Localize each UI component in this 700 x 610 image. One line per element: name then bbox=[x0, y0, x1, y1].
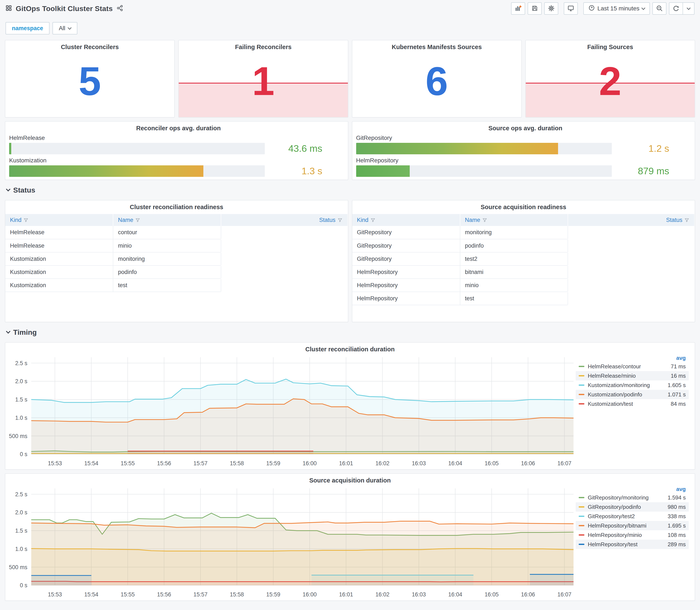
add-panel-button[interactable] bbox=[511, 2, 525, 15]
column-header-label: Name bbox=[118, 217, 133, 223]
time-range-picker[interactable]: Last 15 minutes bbox=[583, 2, 650, 15]
filter-icon[interactable] bbox=[135, 218, 140, 223]
panel-title[interactable]: Source acquisition duration bbox=[5, 474, 695, 484]
zoom-out-icon bbox=[656, 5, 663, 12]
cell-name: minio bbox=[460, 279, 568, 292]
namespace-variable-label[interactable]: namespace bbox=[5, 22, 50, 34]
cell-name: monitoring bbox=[113, 252, 221, 266]
column-header-status[interactable]: Status bbox=[568, 214, 695, 226]
gauge-row: Reconciler ops avg. durationHelmRelease4… bbox=[5, 121, 695, 180]
cell-kind: GitRepository bbox=[352, 226, 460, 239]
x-axis-label: 15:56 bbox=[157, 460, 171, 467]
panel-title[interactable]: Source acquisition readiness bbox=[352, 200, 695, 211]
x-axis-label: 16:05 bbox=[485, 460, 499, 467]
chart-row: Cluster reconciliation duration0 s500 ms… bbox=[5, 342, 695, 470]
column-header-label: Kind bbox=[10, 217, 21, 223]
filter-icon[interactable] bbox=[23, 218, 28, 223]
clock-icon bbox=[588, 5, 595, 13]
filter-icon[interactable] bbox=[483, 218, 487, 223]
cell-name: bitnami bbox=[460, 266, 568, 279]
panel-title[interactable]: Failing Reconcilers bbox=[179, 41, 348, 51]
y-axis-label: 2.0 s bbox=[15, 509, 27, 516]
panel-title[interactable]: Reconciler ops avg. duration bbox=[9, 122, 348, 132]
status-badge: Ready bbox=[221, 239, 348, 252]
gauge-label: HelmRepository bbox=[356, 157, 695, 164]
legend-swatch bbox=[579, 544, 584, 545]
panel-title[interactable]: Source ops avg. duration bbox=[356, 122, 695, 132]
plot-svg: 0 s500 ms1.0 s1.5 s2.0 s2.5 s15:5315:541… bbox=[5, 485, 576, 600]
column-header-label: Name bbox=[465, 217, 480, 223]
refresh-interval-button[interactable] bbox=[683, 2, 695, 15]
legend-avg-header[interactable]: avg bbox=[576, 485, 689, 493]
legend-item[interactable]: HelmRelease/contour71 ms bbox=[576, 362, 689, 371]
panel-title[interactable]: Cluster Reconcilers bbox=[5, 41, 174, 51]
time-series-plot[interactable]: 0 s500 ms1.0 s1.5 s2.0 s2.5 s15:5315:541… bbox=[5, 354, 576, 469]
time-series-panel: Source acquisition duration0 s500 ms1.0 … bbox=[5, 473, 695, 601]
panel-title[interactable]: Kubernetes Manifests Sources bbox=[352, 41, 521, 51]
table-header: KindNameStatus bbox=[5, 214, 348, 226]
legend-item[interactable]: HelmRepository/bitnami1.695 s bbox=[576, 521, 689, 530]
filter-icon[interactable] bbox=[684, 218, 689, 223]
time-series-plot[interactable]: 0 s500 ms1.0 s1.5 s2.0 s2.5 s15:5315:541… bbox=[5, 485, 576, 600]
legend-series-value: 84 ms bbox=[656, 401, 686, 407]
stat-value: 5 bbox=[5, 61, 174, 101]
cycle-view-mode-button[interactable] bbox=[564, 2, 578, 15]
legend-item[interactable]: Kustomization/monitoring1.605 s bbox=[576, 381, 689, 390]
x-axis-label: 15:53 bbox=[48, 591, 62, 598]
x-axis-label: 16:03 bbox=[412, 460, 426, 467]
status-badge: Ready bbox=[568, 266, 695, 279]
legend-item[interactable]: GitRepository/podinfo980 ms bbox=[576, 502, 689, 512]
section-status-toggle[interactable]: Status bbox=[6, 185, 694, 195]
legend-item[interactable]: HelmRelease/minio16 ms bbox=[576, 371, 689, 381]
legend-series-value: 1.605 s bbox=[656, 382, 686, 388]
chart-body: 0 s500 ms1.0 s1.5 s2.0 s2.5 s15:5315:541… bbox=[5, 354, 695, 469]
filter-icon[interactable] bbox=[338, 218, 342, 223]
panel-title[interactable]: Cluster reconciliation duration bbox=[5, 343, 695, 353]
zoom-out-button[interactable] bbox=[652, 2, 666, 15]
column-header-name[interactable]: Name bbox=[113, 214, 221, 226]
column-header-kind[interactable]: Kind bbox=[352, 214, 460, 226]
gauge-fill bbox=[9, 143, 11, 154]
refresh-button[interactable] bbox=[669, 2, 683, 15]
panel-title[interactable]: Failing Sources bbox=[526, 41, 695, 51]
bar-gauge-panel: Reconciler ops avg. durationHelmRelease4… bbox=[5, 121, 348, 180]
filter-icon[interactable] bbox=[371, 218, 375, 223]
legend-item[interactable]: Kustomization/podinfo1.071 s bbox=[576, 390, 689, 399]
x-axis-label: 15:59 bbox=[266, 591, 280, 598]
y-axis-label: 0 s bbox=[20, 582, 27, 589]
save-icon bbox=[532, 5, 538, 12]
column-header-name[interactable]: Name bbox=[460, 214, 568, 226]
legend-avg-header[interactable]: avg bbox=[576, 354, 689, 362]
legend-item[interactable]: HelmRepository/test289 ms bbox=[576, 540, 689, 549]
legend-item[interactable]: HelmRepository/minio108 ms bbox=[576, 530, 689, 540]
x-axis-label: 15:55 bbox=[121, 460, 135, 467]
table-row: HelmRepositorytestNot Ready bbox=[352, 292, 695, 305]
section-timing-toggle[interactable]: Timing bbox=[6, 327, 694, 337]
column-header-kind[interactable]: Kind bbox=[5, 214, 113, 226]
x-axis-label: 16:01 bbox=[339, 460, 353, 467]
legend-swatch bbox=[579, 375, 584, 376]
legend-series-name: GitRepository/podinfo bbox=[588, 504, 656, 510]
namespace-variable-value-dropdown[interactable]: All bbox=[52, 22, 77, 34]
chevron-down-icon bbox=[68, 26, 71, 30]
status-badge: Ready bbox=[568, 239, 695, 252]
share-icon[interactable] bbox=[116, 5, 123, 12]
legend-swatch bbox=[579, 366, 584, 367]
column-header-status[interactable]: Status bbox=[221, 214, 348, 226]
legend-item[interactable]: GitRepository/test2338 ms bbox=[576, 512, 689, 521]
legend-item[interactable]: GitRepository/monitoring1.594 s bbox=[576, 493, 689, 502]
dashboard-settings-button[interactable] bbox=[544, 2, 558, 15]
legend-swatch bbox=[579, 403, 584, 404]
x-axis-label: 16:00 bbox=[303, 460, 316, 467]
chart-legend: avgHelmRelease/contour71 msHelmRelease/m… bbox=[576, 354, 695, 469]
x-axis-label: 15:59 bbox=[266, 460, 280, 467]
save-dashboard-button[interactable] bbox=[528, 2, 542, 15]
legend-item[interactable]: Kustomization/test84 ms bbox=[576, 399, 689, 408]
y-axis-label: 1.5 s bbox=[15, 396, 27, 403]
gauge-fill bbox=[356, 165, 410, 177]
legend-swatch bbox=[579, 534, 584, 535]
panel-title[interactable]: Cluster reconciliation readiness bbox=[5, 200, 348, 211]
x-axis-label: 16:07 bbox=[557, 460, 571, 467]
stat-panel: Failing Sources2 bbox=[525, 40, 695, 117]
gauge-track bbox=[9, 143, 265, 154]
